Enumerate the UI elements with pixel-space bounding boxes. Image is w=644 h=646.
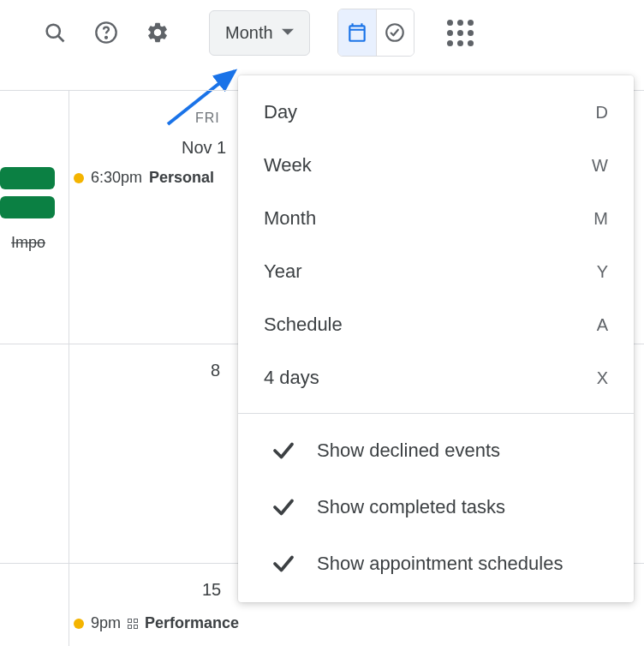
option-label: Year [264, 260, 301, 283]
event-block[interactable] [0, 167, 55, 189]
day-number: 15 [202, 580, 221, 600]
option-label: Schedule [264, 314, 343, 336]
divider [238, 413, 634, 414]
view-option-month[interactable]: Month M [238, 192, 634, 245]
day-number: Nov 1 [182, 138, 226, 158]
view-option-schedule[interactable]: Schedule A [238, 298, 634, 351]
grid-icon [128, 619, 138, 629]
event-color-dot [74, 173, 84, 183]
event-item[interactable]: 9pm Performance [74, 614, 239, 632]
option-shortcut: X [597, 368, 608, 388]
option-label: Week [264, 154, 312, 176]
svg-point-3 [105, 37, 107, 39]
toggle-declined-events[interactable]: Show declined events [238, 422, 634, 479]
event-title: Performance [145, 614, 239, 632]
toggle-appointment-schedules[interactable]: Show appointment schedules [238, 535, 634, 592]
view-option-week[interactable]: Week W [238, 139, 634, 192]
option-shortcut: M [593, 209, 608, 229]
event-title: Personal [149, 169, 214, 187]
svg-line-1 [58, 36, 64, 42]
apps-icon[interactable] [440, 12, 481, 53]
option-shortcut: W [592, 156, 608, 176]
help-icon[interactable] [86, 12, 127, 53]
search-icon[interactable] [34, 12, 75, 53]
calendar-mode-button[interactable] [338, 9, 376, 56]
tasks-mode-button[interactable] [376, 9, 414, 56]
option-shortcut: Y [597, 262, 608, 282]
day-number: 8 [211, 361, 220, 380]
view-toggle-group [337, 9, 414, 57]
view-selector-label: Month [225, 23, 273, 43]
check-icon [271, 551, 296, 577]
event-item-declined[interactable]: .Impo [0, 234, 45, 252]
view-option-day[interactable]: Day D [238, 86, 634, 139]
event-title: Impo [11, 234, 45, 252]
check-icon [271, 438, 296, 464]
svg-point-0 [47, 25, 60, 38]
chevron-down-icon [282, 27, 294, 39]
toggle-label: Show completed tasks [317, 496, 505, 518]
event-color-dot [74, 619, 84, 629]
view-option-year[interactable]: Year Y [238, 245, 634, 298]
option-label: Day [264, 101, 297, 123]
toggle-completed-tasks[interactable]: Show completed tasks [238, 479, 634, 535]
check-icon [271, 494, 296, 520]
day-header: FRI [195, 111, 220, 126]
event-time: 6:30pm [91, 169, 142, 187]
toggle-label: Show appointment schedules [317, 553, 563, 575]
option-label: Month [264, 207, 316, 230]
event-item[interactable]: 6:30pm Personal [74, 169, 214, 187]
toggle-label: Show declined events [317, 440, 500, 462]
option-shortcut: D [596, 103, 608, 123]
settings-icon[interactable] [137, 12, 178, 53]
event-block[interactable] [0, 196, 55, 218]
view-option-4days[interactable]: 4 days X [238, 351, 634, 404]
option-shortcut: A [597, 315, 608, 335]
view-dropdown-menu: Day D Week W Month M Year Y Schedule A 4… [238, 75, 634, 602]
event-time: 9pm [91, 614, 121, 632]
option-label: 4 days [264, 367, 319, 389]
view-selector-button[interactable]: Month [209, 10, 310, 56]
